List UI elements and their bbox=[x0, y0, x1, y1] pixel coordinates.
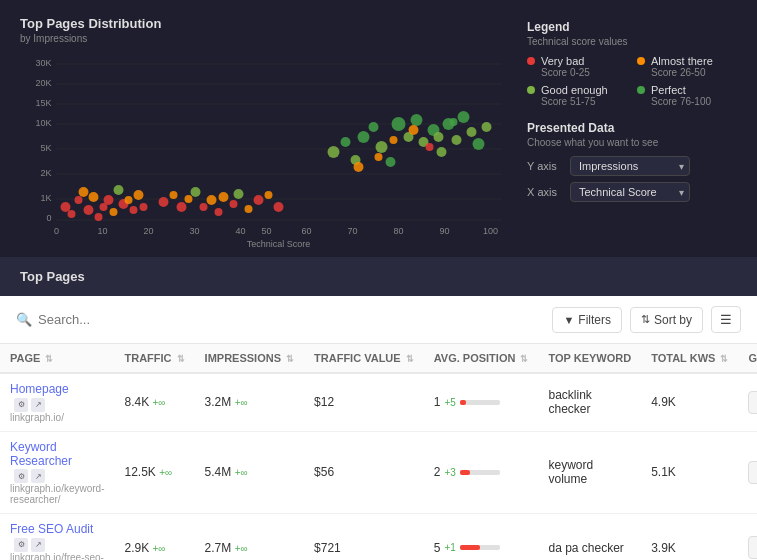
svg-text:50: 50 bbox=[261, 226, 271, 236]
svg-point-56 bbox=[254, 195, 264, 205]
legend-label-good-enough: Good enough bbox=[541, 84, 608, 96]
legend-item-almost-there: Almost there Score 26-50 bbox=[637, 55, 737, 78]
legend-dot-almost-there bbox=[637, 57, 645, 65]
legend-score-good-enough: Score 51-75 bbox=[541, 96, 608, 107]
position-bar-fill bbox=[460, 470, 470, 475]
page-link[interactable]: Keyword Researcher ⚙ ↗ bbox=[10, 440, 72, 482]
page-cell: Keyword Researcher ⚙ ↗ linkgraph.io/keyw… bbox=[0, 431, 115, 514]
scatter-chart: 30K 20K 15K 10K 5K 2K 1K 0 0 10 bbox=[20, 52, 507, 247]
svg-text:0: 0 bbox=[46, 213, 51, 223]
traffic-cell: 2.9K +∞ bbox=[115, 514, 195, 561]
svg-point-49 bbox=[200, 203, 208, 211]
svg-text:30: 30 bbox=[189, 226, 199, 236]
page-external-icon[interactable]: ↗ bbox=[31, 469, 45, 483]
sort-icon: ⇅ bbox=[641, 313, 650, 326]
avg-position-cell: 5 +1 bbox=[424, 514, 539, 561]
page-settings-icon[interactable]: ⚙ bbox=[14, 538, 28, 552]
total-kws-cell: 4.9K bbox=[641, 373, 738, 431]
position-value: 2 bbox=[434, 465, 441, 479]
top-pages-header: Top Pages bbox=[0, 257, 757, 296]
xaxis-label: X axis bbox=[527, 186, 562, 198]
traffic-value-amount: $56 bbox=[314, 465, 334, 479]
col-avg-position: AVG. POSITION ⇅ bbox=[424, 344, 539, 373]
legend-score-perfect: Score 76-100 bbox=[651, 96, 711, 107]
columns-button[interactable]: ☰ bbox=[711, 306, 741, 333]
columns-icon: ☰ bbox=[720, 312, 732, 327]
svg-point-63 bbox=[369, 122, 379, 132]
svg-point-53 bbox=[230, 200, 238, 208]
xaxis-select[interactable]: Technical Score Avg. Position Total KWs bbox=[570, 182, 690, 202]
svg-point-44 bbox=[159, 197, 169, 207]
svg-point-60 bbox=[341, 137, 351, 147]
top-keyword-cell: keyword volume bbox=[538, 431, 641, 514]
svg-point-29 bbox=[75, 196, 83, 204]
position-change: +3 bbox=[444, 467, 455, 478]
search-input-wrap: 🔍 bbox=[16, 312, 552, 327]
table-row: Keyword Researcher ⚙ ↗ linkgraph.io/keyw… bbox=[0, 431, 757, 514]
page-external-icon[interactable]: ↗ bbox=[31, 538, 45, 552]
page-link[interactable]: Free SEO Audit ⚙ ↗ bbox=[10, 522, 93, 550]
svg-point-37 bbox=[130, 206, 138, 214]
search-input[interactable] bbox=[38, 312, 238, 327]
svg-point-52 bbox=[219, 192, 229, 202]
top-keyword-value: keyword volume bbox=[548, 458, 593, 486]
add-grouping-button[interactable]: Add to grouping ▾ bbox=[748, 536, 757, 559]
page-external-icon[interactable]: ↗ bbox=[31, 398, 45, 412]
table-header: PAGE ⇅ TRAFFIC ⇅ IMPRESSIONS ⇅ TRAFFIC V… bbox=[0, 344, 757, 373]
svg-point-55 bbox=[245, 205, 253, 213]
search-icon: 🔍 bbox=[16, 312, 32, 327]
add-grouping-button[interactable]: Add to grouping ▾ bbox=[748, 391, 757, 414]
yaxis-select-wrapper[interactable]: Impressions Traffic Traffic Value bbox=[570, 156, 690, 176]
legend-panel: Legend Technical score values Very bad S… bbox=[527, 16, 737, 247]
total-kws-value: 4.9K bbox=[651, 395, 676, 409]
table-row: Homepage ⚙ ↗ linkgraph.io/ 8.4K +∞ 3.2M … bbox=[0, 373, 757, 431]
position-bar bbox=[460, 400, 500, 405]
legend-item-good-enough: Good enough Score 51-75 bbox=[527, 84, 627, 107]
impressions-value: 2.7M bbox=[205, 541, 232, 555]
add-grouping-button[interactable]: Add to grouping ▾ bbox=[748, 461, 757, 484]
top-keyword-value: backlink checker bbox=[548, 388, 591, 416]
svg-point-40 bbox=[79, 187, 89, 197]
traffic-change: +∞ bbox=[153, 543, 166, 554]
avg-position-cell: 1 +5 bbox=[424, 373, 539, 431]
svg-point-71 bbox=[437, 147, 447, 157]
total-kws-value: 5.1K bbox=[651, 465, 676, 479]
svg-text:40: 40 bbox=[235, 226, 245, 236]
sort-by-button[interactable]: ⇅ Sort by bbox=[630, 307, 703, 333]
page-settings-icon[interactable]: ⚙ bbox=[14, 398, 28, 412]
groupings-cell: Add to grouping ▾ View bbox=[738, 514, 757, 561]
svg-point-32 bbox=[89, 192, 99, 202]
legend-label-perfect: Perfect bbox=[651, 84, 711, 96]
page-cell: Homepage ⚙ ↗ linkgraph.io/ bbox=[0, 373, 115, 431]
svg-text:0: 0 bbox=[54, 226, 59, 236]
svg-point-79 bbox=[375, 153, 383, 161]
impressions-cell: 2.7M +∞ bbox=[195, 514, 304, 561]
svg-point-59 bbox=[328, 146, 340, 158]
svg-text:Technical Score: Technical Score bbox=[247, 239, 311, 247]
page-url: linkgraph.io/keyword-researcher/ bbox=[10, 483, 105, 505]
xaxis-select-wrapper[interactable]: Technical Score Avg. Position Total KWs bbox=[570, 182, 690, 202]
filters-button[interactable]: ▼ Filters bbox=[552, 307, 622, 333]
svg-point-83 bbox=[434, 132, 444, 142]
svg-point-46 bbox=[177, 202, 187, 212]
impressions-change: +∞ bbox=[235, 467, 248, 478]
col-page: PAGE ⇅ bbox=[0, 344, 115, 373]
page-settings-icon[interactable]: ⚙ bbox=[14, 469, 28, 483]
yaxis-select[interactable]: Impressions Traffic Traffic Value bbox=[570, 156, 690, 176]
traffic-change: +∞ bbox=[159, 467, 172, 478]
page-link[interactable]: Homepage ⚙ ↗ bbox=[10, 382, 69, 410]
svg-text:1K: 1K bbox=[40, 193, 51, 203]
svg-point-31 bbox=[68, 210, 76, 218]
traffic-change: +∞ bbox=[153, 397, 166, 408]
position-bar-fill bbox=[460, 400, 466, 405]
presented-data-sub: Choose what you want to see bbox=[527, 137, 737, 148]
legend-grid: Very bad Score 0-25 Almost there Score 2… bbox=[527, 55, 737, 107]
svg-point-66 bbox=[392, 117, 406, 131]
top-keyword-cell: backlink checker bbox=[538, 373, 641, 431]
svg-point-84 bbox=[450, 118, 458, 126]
table-body: Homepage ⚙ ↗ linkgraph.io/ 8.4K +∞ 3.2M … bbox=[0, 373, 757, 560]
traffic-value-amount: $12 bbox=[314, 395, 334, 409]
groupings-cell: Add to grouping ▾ View bbox=[738, 373, 757, 431]
svg-point-74 bbox=[458, 111, 470, 123]
table-row: Free SEO Audit ⚙ ↗ linkgraph.io/free-seo… bbox=[0, 514, 757, 561]
